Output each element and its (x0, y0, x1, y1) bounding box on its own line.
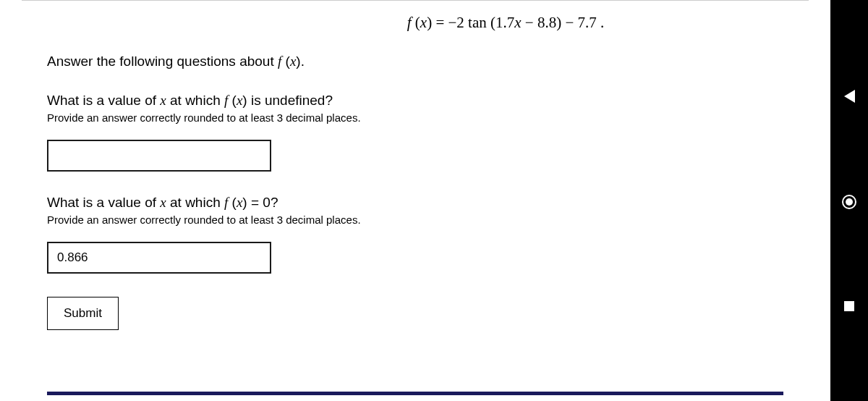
question-1-text: What is a value of x at which f (x) is u… (47, 93, 783, 109)
answer-input-1[interactable] (47, 140, 271, 172)
question-1-block: What is a value of x at which f (x) is u… (47, 93, 783, 195)
content-area: f (x) = −2 tan (1.7x − 8.8) − 7.7 . Answ… (0, 0, 830, 401)
home-icon (842, 195, 856, 209)
question-2-block: What is a value of x at which f (x) = 0?… (47, 195, 783, 297)
question-2-hint: Provide an answer correctly rounded to a… (47, 214, 783, 226)
intro-text: Answer the following questions about f (… (47, 54, 783, 69)
progress-bar (47, 392, 783, 395)
home-button[interactable] (842, 195, 856, 209)
equation-display: f (x) = −2 tan (1.7x − 8.8) − 7.7 . (47, 14, 783, 32)
answer-input-2[interactable] (47, 242, 271, 274)
inner-content: f (x) = −2 tan (1.7x − 8.8) − 7.7 . Answ… (22, 0, 809, 330)
submit-button[interactable]: Submit (47, 297, 119, 330)
back-icon (844, 90, 855, 103)
back-button[interactable] (844, 90, 855, 103)
android-nav-bar (830, 0, 868, 401)
question-2-text: What is a value of x at which f (x) = 0? (47, 195, 783, 211)
recent-apps-button[interactable] (844, 301, 854, 311)
question-1-hint: Provide an answer correctly rounded to a… (47, 111, 783, 124)
recent-apps-icon (844, 301, 854, 311)
